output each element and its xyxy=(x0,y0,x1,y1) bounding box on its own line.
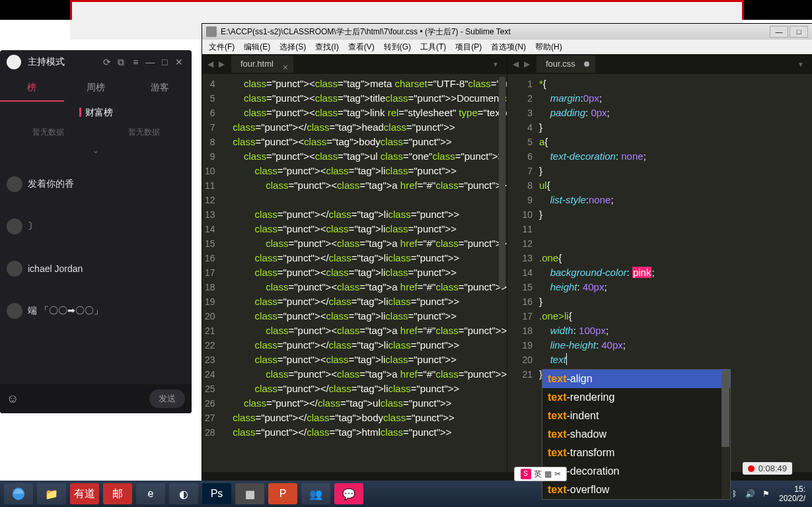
list-item: 端 「〇〇➡〇〇」 xyxy=(7,290,185,332)
autocomplete-item[interactable]: text-overflow xyxy=(542,481,730,499)
tab-nav-right-icon[interactable]: ▶ xyxy=(521,59,533,69)
tab-rank[interactable]: 榜 xyxy=(0,74,64,102)
minimize-icon[interactable]: — xyxy=(144,57,156,67)
left-pane: ◀ ▶ four.html × ▼ 4567891011121314151617… xyxy=(202,54,507,472)
task-youdao[interactable]: 有道 xyxy=(70,483,99,504)
ime-crop-icon[interactable]: ✂ xyxy=(554,469,561,479)
panel-window-controls: ⟳ ⧉ ≡ — □ ✕ xyxy=(101,57,185,68)
menu-find[interactable]: 查找(I) xyxy=(311,40,342,54)
menu-view[interactable]: 查看(V) xyxy=(344,40,379,54)
scrollbar[interactable] xyxy=(721,370,729,498)
line-gutter: 4567891011121314151617181920212223242526… xyxy=(202,74,222,472)
scrollbar[interactable] xyxy=(499,77,505,288)
tab-nav-left-icon[interactable]: ◀ xyxy=(205,59,216,69)
tab-dropdown-icon[interactable]: ▼ xyxy=(792,61,809,68)
ime-extra-icon[interactable]: ▦ xyxy=(544,469,552,479)
menu-project[interactable]: 项目(P) xyxy=(451,40,486,54)
menu-bar: 文件(F) 编辑(E) 选择(S) 查找(I) 查看(V) 转到(G) 工具(T… xyxy=(202,40,812,54)
refresh-icon[interactable]: ⟳ xyxy=(101,57,113,67)
send-button[interactable]: 发送 xyxy=(149,389,185,408)
task-edge[interactable]: e xyxy=(136,483,165,504)
window-title: E:\ACCP(ss1-s2)\CLASSROOM\学士后7\html\7\fo… xyxy=(221,26,770,38)
menu-file[interactable]: 文件(F) xyxy=(205,40,239,54)
autocomplete-item[interactable]: text-rendering xyxy=(542,388,730,407)
menu-edit[interactable]: 编辑(E) xyxy=(240,40,274,54)
panel-titlebar: 主持模式 ⟳ ⧉ ≡ — □ ✕ xyxy=(0,50,192,74)
tab-label: four.css xyxy=(546,59,575,69)
ime-mode[interactable]: 英 xyxy=(534,469,542,480)
clock-date: 2020/2/ xyxy=(779,494,805,503)
tray-flag-icon[interactable]: ⚑ xyxy=(760,488,772,500)
menu-tools[interactable]: 工具(T) xyxy=(416,40,450,54)
tab-nav-left-icon[interactable]: ◀ xyxy=(510,59,521,69)
sogou-icon[interactable]: S xyxy=(521,469,531,479)
menu-icon[interactable]: ≡ xyxy=(129,57,141,67)
maximize-button[interactable]: □ xyxy=(790,26,808,38)
task-app1[interactable]: 👥 xyxy=(301,483,330,504)
task-explorer[interactable]: 📁 xyxy=(37,483,66,504)
emoji-icon[interactable]: ☺ xyxy=(7,392,18,406)
tab-dropdown-icon[interactable]: ▼ xyxy=(487,61,504,68)
ime-toolbar[interactable]: S 英 ▦ ✂ xyxy=(514,467,567,481)
tab-label: four.html xyxy=(240,59,274,69)
tray-volume-icon[interactable]: 🔊 xyxy=(745,488,757,500)
message-text: ichael Jordan xyxy=(28,263,83,274)
tab-nav-right-icon[interactable]: ▶ xyxy=(216,59,227,69)
modified-dot-icon xyxy=(584,61,589,67)
window-titlebar[interactable]: E:\ACCP(ss1-s2)\CLASSROOM\学士后7\html\7\fo… xyxy=(202,24,812,40)
code-area[interactable]: class="punct"><class="tag">meta charset=… xyxy=(222,74,507,472)
chevron-down-icon[interactable]: ⌄ xyxy=(0,141,192,159)
task-sublime[interactable]: ▦ xyxy=(235,483,264,504)
host-mode-panel: 主持模式 ⟳ ⧉ ≡ — □ ✕ 榜 周榜 游客 财富榜 暂无数据 暂无数据 ⌄… xyxy=(0,50,192,413)
empty-right: 暂无数据 xyxy=(96,124,192,141)
avatar xyxy=(7,55,21,69)
autocomplete-item[interactable]: text-transform xyxy=(542,444,730,462)
menu-select[interactable]: 选择(S) xyxy=(276,40,310,54)
autocomplete-popup: text-aligntext-renderingtext-indenttext-… xyxy=(542,369,731,500)
app-icon xyxy=(206,26,217,37)
line-gutter: 123456789101112131415161718192021 xyxy=(507,74,539,472)
start-button[interactable] xyxy=(4,483,33,504)
menu-goto[interactable]: 转到(G) xyxy=(380,40,415,54)
tab-bar-left: ◀ ▶ four.html × ▼ xyxy=(202,54,507,74)
popout-icon[interactable]: ⧉ xyxy=(115,57,127,68)
tab-bar-right: ◀ ▶ four.css ▼ xyxy=(507,54,812,74)
taskbar-clock[interactable]: 15: 2020/2/ xyxy=(776,485,808,503)
clock-time: 15: xyxy=(779,485,805,494)
task-mail[interactable]: 邮 xyxy=(103,483,132,504)
empty-row: 暂无数据 暂无数据 xyxy=(0,124,192,141)
tab-four-html[interactable]: four.html × xyxy=(231,55,293,73)
message-list: 发着你的香 〕 ichael Jordan 端 「〇〇➡〇〇」 xyxy=(0,159,192,336)
panel-tabs: 榜 周榜 游客 xyxy=(0,74,192,102)
editor-left[interactable]: 4567891011121314151617181920212223242526… xyxy=(202,74,507,472)
tab-four-css[interactable]: four.css xyxy=(536,55,595,73)
minimize-button[interactable]: — xyxy=(770,26,788,38)
autocomplete-item[interactable]: text-indent xyxy=(542,407,730,425)
list-item: ichael Jordan xyxy=(7,248,185,290)
autocomplete-item[interactable]: text-decoration xyxy=(542,462,730,481)
panel-title: 主持模式 xyxy=(28,56,94,68)
tab-weekly[interactable]: 周榜 xyxy=(64,74,128,102)
recording-indicator: 0:08:49 xyxy=(743,462,792,475)
close-icon[interactable]: ✕ xyxy=(173,57,185,67)
list-item: 〕 xyxy=(7,205,185,248)
chat-input-bar: ☺ 发送 xyxy=(0,384,192,413)
menu-help[interactable]: 帮助(H) xyxy=(531,40,566,54)
bg-fragment xyxy=(0,0,70,20)
avatar xyxy=(7,261,22,277)
background-red-border xyxy=(70,0,744,20)
autocomplete-item[interactable]: text-align xyxy=(542,370,730,388)
list-item: 发着你的香 xyxy=(7,163,185,205)
tab-guest[interactable]: 游客 xyxy=(128,74,192,102)
maximize-icon[interactable]: □ xyxy=(159,57,170,67)
record-dot-icon xyxy=(748,465,755,472)
autocomplete-item[interactable]: text-shadow xyxy=(542,425,730,444)
task-app2[interactable]: 💬 xyxy=(334,483,363,504)
avatar xyxy=(7,219,22,234)
task-powerpoint[interactable]: P xyxy=(268,483,297,504)
menu-prefs[interactable]: 首选项(N) xyxy=(487,40,530,54)
task-photoshop[interactable]: Ps xyxy=(202,483,231,504)
message-text: 〕 xyxy=(28,220,37,232)
bg-fragment xyxy=(744,0,812,20)
task-chrome[interactable]: ◐ xyxy=(169,483,198,504)
